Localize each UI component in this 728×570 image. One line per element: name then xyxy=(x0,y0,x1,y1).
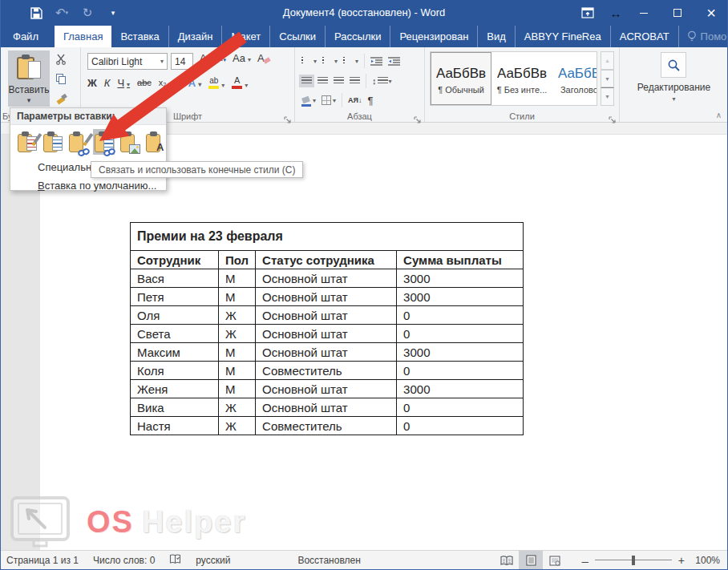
subscript-button[interactable]: x₂ xyxy=(159,79,167,87)
paste-option-keep-text-only-icon[interactable]: А xyxy=(144,129,166,155)
sort-button[interactable]: АЯ↓ xyxy=(348,96,362,104)
table-row[interactable]: ЖеняМОсновной штат3000 xyxy=(131,380,524,398)
print-layout-icon[interactable] xyxy=(519,551,543,570)
minimize-button[interactable] xyxy=(627,0,661,26)
line-spacing-button[interactable]: ↕▾ xyxy=(372,76,392,86)
numbering-button[interactable]: ▾ xyxy=(322,57,338,65)
zoom-level[interactable]: 100% xyxy=(691,555,720,566)
table-title-cell[interactable]: Премии на 23 февраля xyxy=(131,223,524,251)
zoom-slider-thumb[interactable] xyxy=(632,556,635,565)
italic-button[interactable]: К xyxy=(104,78,111,88)
table-row[interactable]: НастяЖСовместитель0 xyxy=(131,417,524,435)
find-button[interactable] xyxy=(661,52,686,78)
underline-button[interactable]: Ч▾ xyxy=(117,78,130,88)
multilevel-list-button[interactable]: ▾ xyxy=(343,57,358,65)
show-formatting-marks-button[interactable]: ¶ xyxy=(368,95,374,107)
header-gender[interactable]: Пол xyxy=(219,251,256,269)
language-indicator[interactable]: русский xyxy=(196,555,230,566)
paste-button[interactable]: Вставить ▾ xyxy=(8,51,50,107)
highlight-color-button[interactable]: ab▾ xyxy=(208,77,224,89)
increase-indent-button[interactable] xyxy=(388,57,400,66)
header-amount[interactable]: Сумма выплаты xyxy=(397,251,524,269)
justify-button[interactable] xyxy=(350,77,360,85)
web-layout-icon[interactable] xyxy=(543,551,567,570)
tab-file[interactable]: Файл xyxy=(0,26,51,47)
tab-references[interactable]: Ссылки xyxy=(270,26,326,47)
tab-mailings[interactable]: Рассылки xyxy=(326,26,390,47)
tab-insert[interactable]: Вставка xyxy=(111,26,168,47)
style-normal[interactable]: АаБбВв ¶ Обычный xyxy=(431,52,491,105)
read-mode-icon[interactable] xyxy=(495,551,519,570)
copy-icon[interactable] xyxy=(53,72,69,86)
ribbon-display-options-button[interactable] xyxy=(571,0,605,26)
paragraph-dialog-launcher-icon[interactable] xyxy=(414,112,421,119)
style-no-spacing[interactable]: АаБбВв ¶ Без инте... xyxy=(491,52,552,105)
header-status[interactable]: Статус сотрудника xyxy=(256,251,397,269)
table-row[interactable]: ВикаЖОсновной штат0 xyxy=(131,398,524,417)
header-employee[interactable]: Сотрудник xyxy=(131,251,219,269)
paste-dropdown-caret[interactable]: ▾ xyxy=(27,96,31,104)
tab-abbyy-finereader[interactable]: ABBYY FineRea xyxy=(516,26,611,47)
paste-option-use-destination-styles-icon[interactable] xyxy=(42,129,63,155)
styles-gallery-more-icon[interactable]: ▼ xyxy=(601,87,614,106)
styles-scroll-down-icon[interactable]: ▼ xyxy=(601,70,614,88)
borders-button[interactable]: ▾ xyxy=(322,95,336,105)
zoom-out-button[interactable]: – xyxy=(581,554,588,568)
font-name-combobox[interactable]: Calibri Light ▾ xyxy=(87,53,168,70)
set-default-paste-menu-item[interactable]: Вставка по умолчанию... xyxy=(10,176,166,195)
paste-option-picture-icon[interactable] xyxy=(119,129,140,155)
shading-button[interactable]: ▾ xyxy=(301,96,316,104)
bullets-button[interactable]: ▾ xyxy=(301,57,317,65)
font-name-caret-icon[interactable]: ▾ xyxy=(160,58,164,65)
strikethrough-button[interactable]: abc xyxy=(137,79,152,87)
align-left-button[interactable] xyxy=(301,77,312,85)
tab-home[interactable]: Главная xyxy=(55,26,111,47)
editing-caret-icon[interactable]: ▾ xyxy=(620,95,728,103)
tab-design[interactable]: Дизайн xyxy=(169,26,223,47)
document-table[interactable]: Премии на 23 февраля Сотрудник Пол Стату… xyxy=(130,222,524,435)
shrink-font-button[interactable]: A▾ xyxy=(216,54,226,63)
paste-option-link-and-keep-source-formatting-icon[interactable] xyxy=(67,129,89,155)
close-button[interactable]: × xyxy=(694,0,728,26)
style-heading-1[interactable]: АаБбВв Заголово... xyxy=(552,52,597,105)
paste-option-keep-source-formatting-icon[interactable] xyxy=(16,129,38,155)
collapse-ribbon-icon[interactable]: ∧ xyxy=(716,111,722,119)
styles-dialog-launcher-icon[interactable] xyxy=(609,112,616,119)
table-row[interactable]: ОляЖОсновной штат0 xyxy=(131,306,524,325)
editing-group-label[interactable]: Редактирование xyxy=(620,82,728,93)
align-right-button[interactable] xyxy=(334,77,344,85)
tab-view[interactable]: Вид xyxy=(478,26,516,47)
word-count[interactable]: Число слов: 0 xyxy=(93,555,155,566)
recovered-indicator[interactable]: Восстановлен xyxy=(297,555,360,566)
paste-option-link-and-use-destination-styles-icon[interactable] xyxy=(93,129,115,155)
align-center-button[interactable] xyxy=(317,77,328,85)
tell-me-help[interactable]: Помощн xyxy=(679,26,728,47)
tab-review[interactable]: Рецензирован xyxy=(390,26,478,47)
cut-icon[interactable] xyxy=(53,52,69,66)
decrease-indent-button[interactable] xyxy=(370,57,382,66)
maximize-button[interactable] xyxy=(661,0,694,26)
bold-button[interactable]: Ж xyxy=(87,78,97,88)
zoom-in-button[interactable]: + xyxy=(678,554,685,567)
table-row[interactable]: СветаЖОсновной штат0 xyxy=(131,325,524,343)
grow-font-button[interactable]: A▴ xyxy=(200,53,210,63)
change-case-button[interactable]: Aa▾ xyxy=(233,53,251,63)
table-title-row[interactable]: Премии на 23 февраля xyxy=(131,223,524,251)
format-painter-icon[interactable] xyxy=(53,92,69,106)
table-row[interactable]: КоляМСовместитель0 xyxy=(131,362,524,380)
styles-scroll-up-icon[interactable]: ▲ xyxy=(601,51,614,70)
proofing-icon[interactable] xyxy=(169,553,181,568)
tab-layout[interactable]: Макет xyxy=(222,26,270,47)
font-dialog-launcher-icon[interactable] xyxy=(284,112,291,119)
superscript-button[interactable]: x² xyxy=(174,79,181,87)
table-row[interactable]: МаксимМОсновной штат3000 xyxy=(131,343,524,362)
text-effects-button[interactable]: А▾ xyxy=(188,78,201,88)
clear-formatting-button[interactable]: А xyxy=(257,53,265,63)
page-indicator[interactable]: Страница 1 из 1 xyxy=(6,555,79,566)
tab-acrobat[interactable]: ACROBAT xyxy=(611,26,679,47)
table-row[interactable]: ВасяМОсновной штат3000 xyxy=(131,269,524,288)
table-header-row[interactable]: Сотрудник Пол Статус сотрудника Сумма вы… xyxy=(131,251,524,269)
table-row[interactable]: ПетяМОсновной штат3000 xyxy=(131,288,524,306)
font-size-combobox[interactable]: 14 xyxy=(171,53,193,70)
zoom-slider[interactable] xyxy=(595,556,672,565)
